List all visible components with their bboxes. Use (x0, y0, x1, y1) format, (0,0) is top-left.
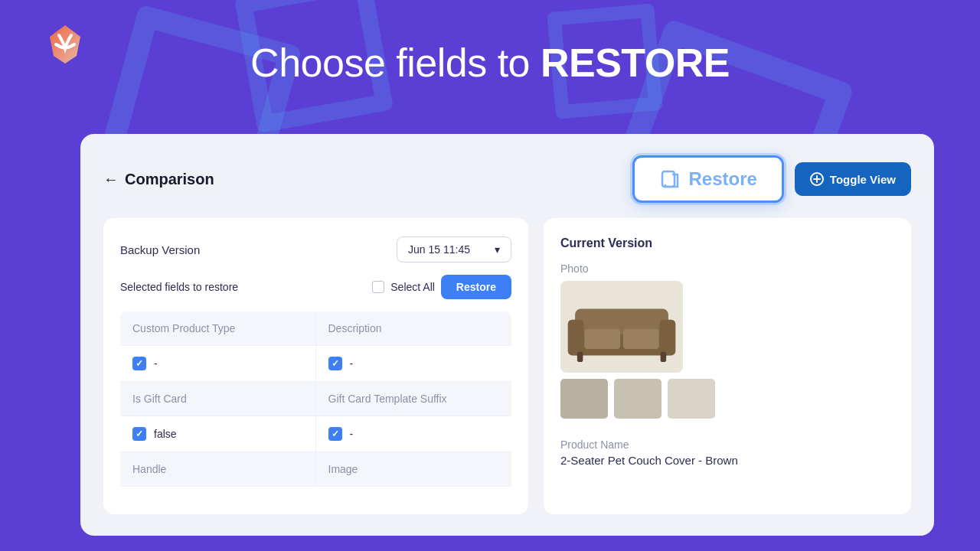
photo-thumbnails (560, 379, 894, 419)
photo-thumb-1 (560, 379, 608, 419)
product-name-value: 2-Seater Pet Couch Cover - Brown (560, 454, 894, 467)
svg-rect-5 (660, 320, 676, 356)
col1-cell: - (120, 346, 316, 381)
product-name-label: Product Name (560, 439, 894, 451)
col2-cell: - (316, 346, 512, 381)
col2-cell-2: - (316, 416, 512, 452)
restore-main-button[interactable]: Restore (632, 155, 783, 203)
restore-main-label: Restore (688, 168, 756, 190)
col2-value: - (350, 357, 354, 370)
restore-icon (659, 168, 681, 190)
col2-value-2: - (350, 428, 354, 440)
photo-section: Photo (560, 262, 894, 419)
photo-label: Photo (560, 262, 894, 275)
col1-subheader-2: Is Gift Card (120, 382, 316, 416)
col1-header: Custom Product Type (120, 311, 316, 345)
left-panel: Backup Version Jun 15 11:45 ▾ Selected f… (103, 218, 528, 514)
table-row: - - (120, 346, 511, 382)
back-arrow-icon: ← (103, 171, 119, 188)
backup-version-label: Backup Version (120, 243, 200, 256)
selected-fields-row: Selected fields to restore Select All Re… (120, 275, 511, 299)
col1-checkbox[interactable] (132, 357, 146, 370)
col1-value-2: false (154, 428, 177, 440)
content-area: Backup Version Jun 15 11:45 ▾ Selected f… (103, 218, 911, 514)
chevron-down-icon: ▾ (495, 243, 500, 256)
version-select-value: Jun 15 11:45 (408, 243, 470, 256)
hero-title: Choose fields to RESTORE (0, 40, 980, 86)
col2-checkbox-2[interactable] (328, 427, 342, 441)
col2-checkbox[interactable] (328, 357, 342, 370)
col1-cell-2: false (120, 416, 316, 452)
selected-fields-label: Selected fields to restore (120, 281, 238, 293)
col1-checkbox-2[interactable] (132, 427, 146, 441)
table-row-2: false - (120, 416, 511, 452)
select-all-checkbox[interactable] (372, 281, 384, 293)
sofa-image (564, 285, 679, 369)
svg-rect-8 (577, 352, 583, 362)
col1-subheader-3: Handle (120, 452, 316, 486)
svg-rect-9 (661, 352, 667, 362)
version-select-dropdown[interactable]: Jun 15 11:45 ▾ (397, 236, 511, 262)
table-header-row: Custom Product Type Description (120, 311, 511, 346)
toggle-view-button[interactable]: Toggle View (795, 162, 911, 196)
page-title: Comparison (125, 171, 214, 188)
photo-thumb-2 (614, 379, 662, 419)
backup-version-row: Backup Version Jun 15 11:45 ▾ (120, 236, 511, 262)
select-all-label: Select All (390, 281, 435, 293)
toggle-view-label: Toggle View (830, 173, 896, 186)
photo-thumb-3 (668, 379, 715, 419)
header-actions: Restore Toggle View (632, 155, 911, 203)
table-subheader-row-3: Handle Image (120, 452, 511, 487)
svg-rect-7 (623, 329, 659, 349)
restore-small-button[interactable]: Restore (441, 275, 511, 299)
current-version-title: Current Version (560, 236, 894, 250)
col2-subheader-3: Image (316, 452, 512, 486)
fields-table: Custom Product Type Description - - (120, 311, 511, 496)
back-link[interactable]: ← Comparison (103, 171, 214, 188)
col1-value: - (154, 357, 158, 370)
svg-rect-4 (568, 320, 584, 356)
right-panel: Current Version Photo (544, 218, 911, 514)
main-container: ← Comparison Restore Toggle View (80, 134, 934, 536)
toggle-view-icon (810, 172, 824, 186)
main-photo (560, 281, 683, 373)
col2-header: Description (316, 311, 512, 345)
product-name-section: Product Name 2-Seater Pet Couch Cover - … (560, 439, 894, 467)
select-all-group: Select All Restore (372, 275, 511, 299)
col2-subheader-2: Gift Card Template Suffix (316, 382, 512, 416)
svg-rect-6 (584, 329, 620, 349)
page-header: ← Comparison Restore Toggle View (103, 155, 911, 203)
table-subheader-row-2: Is Gift Card Gift Card Template Suffix (120, 382, 511, 416)
